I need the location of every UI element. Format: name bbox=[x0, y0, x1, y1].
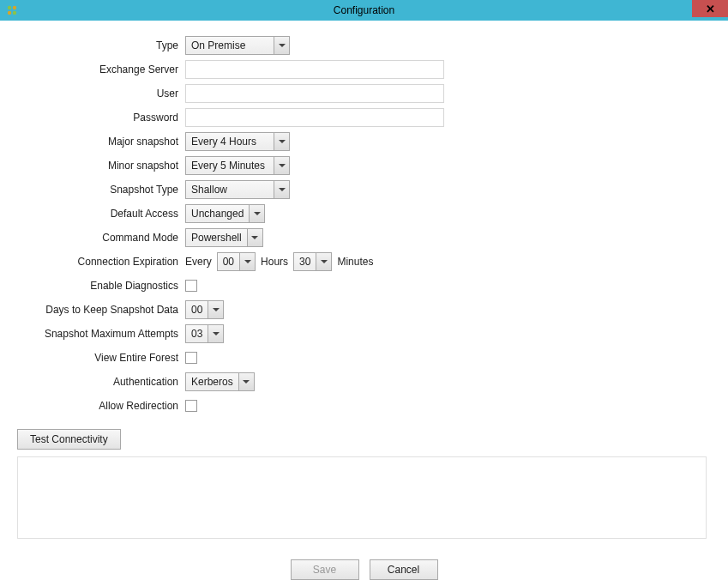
expiration-minutes-label: Minutes bbox=[337, 256, 373, 268]
days-to-keep-dropdown[interactable]: 00 bbox=[185, 300, 224, 319]
type-value: On Premise bbox=[186, 37, 274, 54]
snapshot-type-dropdown[interactable]: Shallow bbox=[185, 180, 290, 199]
chevron-down-icon bbox=[316, 253, 331, 270]
snapshot-type-label: Snapshot Type bbox=[17, 184, 185, 196]
exchange-server-input[interactable] bbox=[185, 60, 444, 79]
chevron-down-icon bbox=[238, 373, 254, 390]
output-textarea[interactable] bbox=[17, 456, 707, 539]
view-forest-label: View Entire Forest bbox=[17, 352, 185, 364]
chevron-down-icon bbox=[274, 37, 289, 54]
test-connectivity-button[interactable]: Test Connectivity bbox=[17, 429, 121, 450]
command-mode-label: Command Mode bbox=[17, 232, 185, 244]
major-snapshot-label: Major snapshot bbox=[17, 136, 185, 148]
user-input[interactable] bbox=[185, 84, 444, 103]
max-attempts-value: 03 bbox=[186, 325, 208, 342]
view-forest-checkbox[interactable] bbox=[185, 352, 197, 364]
svg-point-3 bbox=[13, 11, 16, 15]
snapshot-type-value: Shallow bbox=[186, 181, 274, 198]
authentication-value: Kerberos bbox=[186, 373, 238, 390]
default-access-dropdown[interactable]: Unchanged bbox=[185, 204, 265, 223]
svg-point-0 bbox=[8, 6, 11, 9]
chevron-down-icon bbox=[274, 133, 289, 150]
svg-point-2 bbox=[8, 11, 11, 15]
window-title: Configuration bbox=[334, 4, 394, 16]
chevron-down-icon bbox=[274, 181, 289, 198]
configuration-window: Configuration ✕ Type On Premise Exchange… bbox=[0, 0, 728, 580]
default-access-value: Unchanged bbox=[186, 205, 249, 222]
chevron-down-icon bbox=[274, 157, 289, 174]
save-button[interactable]: Save bbox=[291, 559, 359, 580]
close-button[interactable]: ✕ bbox=[692, 0, 728, 17]
expiration-hours-value: 00 bbox=[218, 253, 239, 270]
expiration-minutes-value: 30 bbox=[294, 253, 316, 270]
expiration-every-label: Every bbox=[185, 256, 212, 268]
expiration-hours-label: Hours bbox=[261, 256, 288, 268]
command-mode-value: Powershell bbox=[186, 229, 247, 246]
enable-diagnostics-checkbox[interactable] bbox=[185, 280, 197, 292]
chevron-down-icon bbox=[239, 253, 255, 270]
form-content: Type On Premise Exchange Server User Pas… bbox=[0, 21, 728, 580]
user-label: User bbox=[17, 88, 185, 100]
days-to-keep-label: Days to Keep Snapshot Data bbox=[17, 304, 185, 316]
command-mode-dropdown[interactable]: Powershell bbox=[185, 228, 263, 247]
svg-point-1 bbox=[13, 6, 16, 9]
chevron-down-icon bbox=[208, 325, 223, 342]
connection-expiration-label: Connection Expiration bbox=[17, 256, 185, 268]
expiration-hours-dropdown[interactable]: 00 bbox=[217, 252, 256, 271]
max-attempts-label: Snapshot Maximum Attempts bbox=[17, 328, 185, 340]
max-attempts-dropdown[interactable]: 03 bbox=[185, 324, 224, 343]
authentication-label: Authentication bbox=[17, 376, 185, 388]
password-input[interactable] bbox=[185, 108, 444, 127]
major-snapshot-value: Every 4 Hours bbox=[186, 133, 274, 150]
allow-redirection-checkbox[interactable] bbox=[185, 400, 197, 412]
titlebar: Configuration ✕ bbox=[0, 0, 728, 21]
chevron-down-icon bbox=[208, 301, 223, 318]
days-to-keep-value: 00 bbox=[186, 301, 208, 318]
type-label: Type bbox=[17, 39, 185, 51]
cancel-button[interactable]: Cancel bbox=[370, 559, 438, 580]
app-icon bbox=[5, 3, 19, 17]
authentication-dropdown[interactable]: Kerberos bbox=[185, 372, 255, 391]
password-label: Password bbox=[17, 112, 185, 124]
type-dropdown[interactable]: On Premise bbox=[185, 36, 290, 55]
expiration-minutes-dropdown[interactable]: 30 bbox=[293, 252, 332, 271]
chevron-down-icon bbox=[247, 229, 262, 246]
minor-snapshot-dropdown[interactable]: Every 5 Minutes bbox=[185, 156, 290, 175]
enable-diagnostics-label: Enable Diagnostics bbox=[17, 280, 185, 292]
chevron-down-icon bbox=[249, 205, 264, 222]
close-icon: ✕ bbox=[706, 3, 715, 15]
allow-redirection-label: Allow Redirection bbox=[17, 400, 185, 412]
exchange-server-label: Exchange Server bbox=[17, 63, 185, 76]
minor-snapshot-value: Every 5 Minutes bbox=[186, 157, 274, 174]
default-access-label: Default Access bbox=[17, 208, 185, 220]
minor-snapshot-label: Minor snapshot bbox=[17, 160, 185, 172]
major-snapshot-dropdown[interactable]: Every 4 Hours bbox=[185, 132, 290, 151]
